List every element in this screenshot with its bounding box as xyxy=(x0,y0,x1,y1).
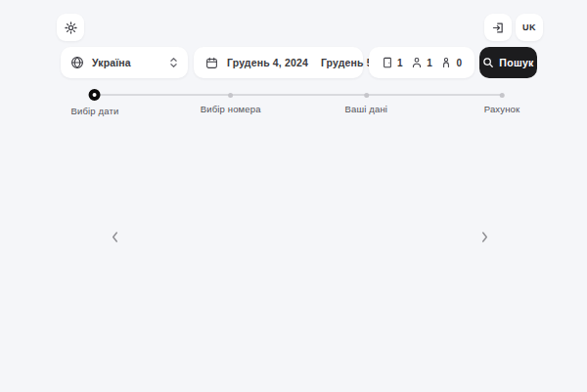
step-label: Ваші дані xyxy=(345,104,388,114)
adults-count: 1 xyxy=(427,58,432,68)
step-label: Вибір номера xyxy=(201,104,261,114)
language-label: UK xyxy=(522,22,536,32)
children-count: 0 xyxy=(456,58,462,68)
chevron-left-icon xyxy=(111,231,119,243)
step-date-selection[interactable]: Вибір дати xyxy=(71,89,119,116)
door-icon xyxy=(382,57,393,68)
country-select[interactable]: Україна xyxy=(61,47,188,78)
chevron-right-icon xyxy=(480,231,489,243)
language-button[interactable]: UK xyxy=(516,14,543,41)
carousel-prev-button[interactable] xyxy=(107,229,122,244)
stepper-track xyxy=(95,94,502,96)
login-button[interactable] xyxy=(484,14,512,41)
search-icon xyxy=(482,57,494,68)
country-value: Україна xyxy=(92,57,131,68)
check-in-date[interactable]: Грудень 4, 2024 xyxy=(227,57,308,68)
step-label: Вибір дати xyxy=(71,106,119,116)
rooms-count: 1 xyxy=(397,58,403,68)
step-dot xyxy=(228,93,233,98)
date-range-field[interactable]: Грудень 4, 2024 Грудень 5, 2024 xyxy=(194,47,363,78)
step-your-details[interactable]: Ваші дані xyxy=(345,89,388,114)
occupancy-field[interactable]: 1 1 0 xyxy=(369,47,474,78)
calendar-icon xyxy=(205,57,218,69)
rooms-counter[interactable]: 1 xyxy=(382,57,403,68)
search-button-label: Пошук xyxy=(499,57,533,68)
adults-counter[interactable]: 1 xyxy=(411,57,432,68)
carousel-next-button[interactable] xyxy=(476,229,492,244)
step-invoice[interactable]: Рахунок xyxy=(484,89,520,114)
booking-search-page: UK Україна Грудень 4, 2024 Грудень 5, 20… xyxy=(0,0,587,392)
step-dot xyxy=(364,93,369,98)
search-button[interactable]: Пошук xyxy=(479,47,537,78)
adult-icon xyxy=(411,57,423,68)
progress-stepper: Вибір дати Вибір номера Ваші дані Рахуно… xyxy=(95,89,502,114)
step-label: Рахунок xyxy=(484,104,520,114)
select-arrows-icon xyxy=(169,57,178,68)
child-icon xyxy=(440,57,452,68)
theme-toggle-button[interactable] xyxy=(57,14,84,41)
sun-icon xyxy=(65,22,77,34)
step-dot xyxy=(89,89,101,101)
step-room-selection[interactable]: Вибір номера xyxy=(201,89,261,114)
globe-icon xyxy=(70,56,84,69)
step-dot xyxy=(499,93,504,98)
login-icon xyxy=(492,22,505,34)
children-counter[interactable]: 0 xyxy=(440,57,462,68)
